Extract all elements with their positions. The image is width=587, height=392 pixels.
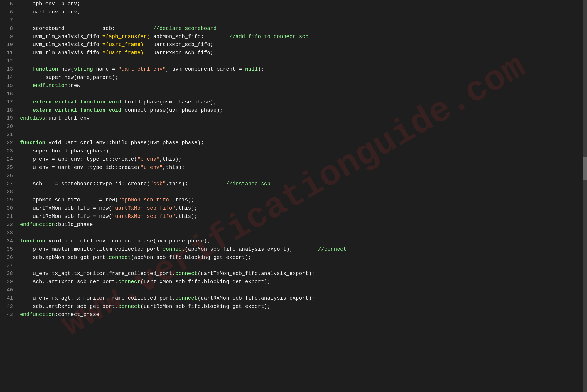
token: name = (93, 66, 118, 72)
code-line: uartTxMon_scb_fifo = new("uartTxMon_scb_… (20, 204, 587, 213)
code-line: scb.uartTxMon_scb_get_port.connect(uartT… (20, 278, 587, 286)
line-number: 38 (1, 270, 13, 278)
token: ,this); (159, 156, 182, 162)
token: u_env.rx_agt.rx_monitor.frame_collected_… (20, 295, 175, 301)
code-line (20, 16, 587, 25)
line-numbers: 5678910111213141516171819202122232425262… (0, 0, 15, 392)
line-number: 8 (1, 25, 13, 33)
token: apbMon_scb_fifo; (150, 34, 229, 40)
token: uartRxMon_scb_fifo = new( (20, 213, 112, 219)
token: connect (175, 271, 198, 276)
token: "apbMon_scb_fifo" (118, 197, 172, 203)
token: "uartRxMon_scb_fifo" (112, 213, 175, 219)
code-line (20, 286, 587, 294)
code-line: uvm_tlm_analysis_fifo #(uart_frame) uart… (20, 49, 587, 57)
code-line: uvm_tlm_analysis_fifo #(uart_frame) uart… (20, 41, 587, 49)
token: u_env = uart_env::type_id::create( (20, 164, 140, 170)
code-line (20, 57, 587, 65)
token: (uvm_phase phase); (147, 140, 204, 146)
line-number: 29 (1, 196, 13, 204)
line-number: 21 (1, 131, 13, 139)
scrollbar-thumb[interactable] (583, 157, 587, 180)
token: (uartRxMon_scb_fifo.blocking_get_export)… (140, 303, 270, 309)
line-number: 16 (1, 90, 13, 98)
token: function (20, 238, 45, 244)
code-line: uartRxMon_scb_fifo = new("uartRxMon_scb_… (20, 213, 587, 221)
token: function (20, 140, 45, 146)
token: void uart_ctrl_env:: (45, 140, 112, 146)
token: ,this); (172, 197, 195, 203)
token: string (74, 66, 93, 72)
line-number: 12 (1, 57, 13, 65)
token: extern virtual function void (33, 107, 121, 113)
token: super.build_phase(phase); (20, 148, 112, 154)
token: //declare scoreboard (153, 26, 217, 31)
line-number: 36 (1, 254, 13, 262)
line-number: 10 (1, 41, 13, 49)
token: //instance scb (226, 181, 270, 187)
line-number: 43 (1, 311, 13, 319)
token: function (33, 66, 58, 72)
token: scb.uartTxMon_scb_get_port. (20, 279, 118, 285)
code-line (20, 131, 587, 139)
code-line: scb.uartRxMon_scb_get_port.connect(uartR… (20, 303, 587, 311)
token: :uart_ctrl_env (45, 115, 90, 121)
line-number: 31 (1, 213, 13, 221)
token: build_phase (112, 140, 147, 146)
code-line: uart_env u_env; (20, 8, 587, 16)
code-line: apbMon_scb_fifo = new("apbMon_scb_fifo",… (20, 196, 587, 204)
token: "scb" (150, 181, 166, 187)
token: uartTxMon_scb_fifo; (144, 42, 213, 47)
code-line: extern virtual function void build_phase… (20, 98, 587, 106)
line-number: 14 (1, 74, 13, 82)
token: build_phase(uvm_phase phase); (122, 99, 217, 105)
code-line: function void uart_ctrl_env::connect_pha… (20, 237, 587, 245)
line-number: 19 (1, 114, 13, 123)
token: null (245, 66, 258, 72)
code-line (20, 188, 587, 196)
line-number: 27 (1, 180, 13, 188)
line-number: 41 (1, 294, 13, 303)
token: (uartRxMon_scb_fifo.analysis_export); (198, 295, 315, 301)
line-number: 34 (1, 237, 13, 245)
scrollbar[interactable] (583, 0, 587, 392)
token: :build_phase (55, 222, 93, 228)
line-number: 35 (1, 245, 13, 254)
token: "p_env" (137, 156, 160, 162)
code-line: u_env = uart_env::type_id::create("u_env… (20, 164, 587, 172)
token: apb_env p_env; (20, 1, 80, 7)
token: uartTxMon_scb_fifo = new( (20, 205, 112, 211)
code-line: function void uart_ctrl_env::build_phase… (20, 139, 587, 147)
line-number: 24 (1, 155, 13, 164)
token: uvm_tlm_analysis_fifo (20, 42, 102, 47)
token: #(uart_frame) (102, 50, 144, 56)
token: connect (109, 254, 131, 260)
token: apbMon_scb_fifo = new( (20, 197, 118, 203)
code-content[interactable]: apb_env p_env; uart_env u_env; scoreboar… (15, 0, 587, 392)
token: new( (58, 66, 74, 72)
line-number: 33 (1, 229, 13, 237)
line-number: 15 (1, 82, 13, 90)
token: endfunction (20, 222, 55, 228)
code-editor: www.verificationguide.com 56789101112131… (0, 0, 587, 392)
token: #(uart_frame) (102, 42, 144, 47)
line-number: 5 (1, 0, 13, 8)
token: ,this); (166, 181, 226, 187)
token: (uartTxMon_scb_fifo.blocking_get_export)… (140, 279, 270, 285)
token: :connect_phase (55, 312, 99, 318)
code-line: apb_env p_env; (20, 0, 587, 8)
token: connect (118, 303, 141, 309)
line-number: 25 (1, 164, 13, 172)
token: connect (163, 246, 185, 252)
code-line (20, 229, 587, 237)
token: uartRxMon_scb_fifo; (144, 50, 213, 56)
line-number: 37 (1, 262, 13, 270)
token: :new (68, 83, 80, 89)
code-line (20, 172, 587, 180)
token: ,this); (175, 213, 198, 219)
line-number: 23 (1, 147, 13, 155)
code-line: endfunction:new (20, 82, 587, 90)
code-line (20, 123, 587, 131)
code-line: u_env.tx_agt.tx_monitor.frame_collected_… (20, 270, 587, 278)
code-line: p_env.master.monitor.item_collected_port… (20, 245, 587, 254)
